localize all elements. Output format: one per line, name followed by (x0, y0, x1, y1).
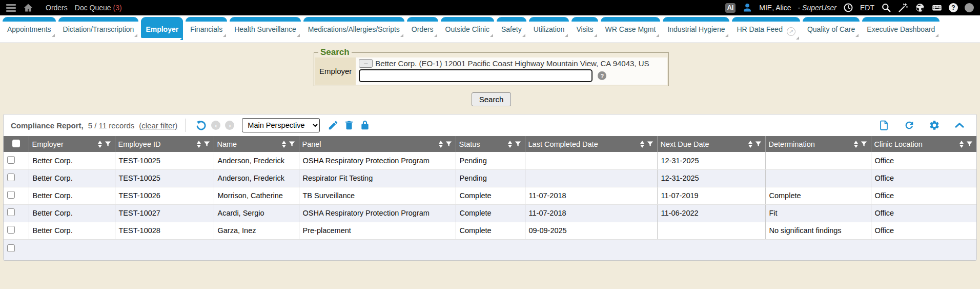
trash-icon[interactable] (343, 120, 355, 131)
hamburger-icon[interactable] (6, 4, 16, 12)
cell (525, 152, 657, 169)
help-icon[interactable]: ? (949, 3, 958, 12)
row-checkbox[interactable] (7, 174, 15, 181)
cell: Morrison, Catherine (214, 187, 299, 204)
prev-page-icon[interactable]: ‹ (211, 121, 220, 130)
column-header-clinic-location[interactable]: Clinic Location (871, 136, 976, 152)
edit-pencil-icon[interactable] (328, 120, 339, 131)
search-icon[interactable] (881, 3, 891, 13)
column-header-determination[interactable]: Determination (765, 136, 871, 152)
tab-hr-data-feed[interactable]: HR Data Feed↗ (732, 17, 800, 41)
refresh-icon[interactable] (904, 120, 915, 131)
tab-industrial-hygiene[interactable]: Industrial Hygiene (663, 17, 729, 38)
document-icon[interactable] (879, 120, 890, 131)
column-header-next-due-date[interactable]: Next Due Date (657, 136, 765, 152)
row-checkbox[interactable] (7, 208, 15, 216)
filter-funnel-icon[interactable] (966, 140, 973, 148)
tab-executive-dashboard[interactable]: Executive Dashboard (862, 17, 940, 38)
tab-label: Visits (576, 25, 593, 33)
tab-orders[interactable]: Orders (407, 17, 438, 38)
cell: Better Corp. (29, 204, 115, 222)
sort-icon[interactable] (640, 141, 644, 148)
perspective-select[interactable]: Main Perspective (242, 118, 320, 132)
globe-icon[interactable] (915, 3, 925, 13)
column-label: Status (459, 140, 506, 148)
tab-quality-of-care[interactable]: Quality of Care (803, 17, 860, 38)
select-all-checkbox[interactable] (12, 140, 20, 147)
sort-icon[interactable] (282, 141, 286, 148)
ai-badge[interactable]: AI (725, 3, 736, 13)
filter-funnel-icon[interactable] (646, 140, 654, 148)
sort-icon[interactable] (854, 141, 858, 148)
next-page-icon[interactable]: › (225, 121, 234, 130)
tab-medications-allergies-scripts[interactable]: Medications/Allergies/Scripts (303, 17, 404, 38)
tab-employer[interactable]: Employer (141, 17, 183, 38)
cell: No significant findings (765, 222, 871, 239)
tab-wr-case-mgmt[interactable]: WR Case Mgmt (601, 17, 661, 38)
collapse-minus-button[interactable]: – (359, 59, 373, 68)
row-checkbox-cell (4, 187, 29, 204)
filter-funnel-icon[interactable] (104, 140, 112, 148)
column-header-status[interactable]: Status (456, 136, 525, 152)
employer-field-label: Employer (315, 57, 356, 85)
tab-appointments[interactable]: Appointments (3, 17, 56, 38)
field-help-icon[interactable]: ? (598, 71, 606, 80)
toolbar-divider (185, 119, 186, 132)
cell: Complete (456, 204, 525, 222)
keyboard-icon[interactable] (932, 3, 942, 13)
tab-outside-clinic[interactable]: Outside Clinic (441, 17, 494, 38)
gear-icon[interactable] (929, 120, 940, 131)
filter-funnel-icon[interactable] (514, 140, 522, 148)
filter-funnel-icon[interactable] (203, 140, 211, 148)
filter-funnel-icon[interactable] (288, 140, 296, 148)
sort-icon[interactable] (748, 141, 752, 148)
menu-doc-queue[interactable]: Doc Queue (3) (75, 4, 122, 12)
wand-icon[interactable] (898, 3, 908, 13)
tab-safety[interactable]: Safety (497, 17, 526, 38)
search-button[interactable]: Search (472, 92, 512, 106)
clear-filter-link[interactable]: (clear filter) (139, 121, 177, 130)
sort-icon[interactable] (98, 141, 102, 148)
cell: TEST-10025 (115, 169, 214, 187)
row-checkbox[interactable] (7, 156, 15, 164)
collapse-chevron-icon[interactable] (954, 120, 965, 131)
table-row-empty (4, 239, 976, 260)
lock-icon[interactable] (359, 120, 371, 131)
user-icon[interactable] (742, 3, 752, 13)
column-header-last-completed-date[interactable]: Last Completed Date (525, 136, 657, 152)
user-name[interactable]: MIE, Alice (759, 4, 791, 12)
sort-icon[interactable] (439, 141, 443, 148)
filter-funnel-icon[interactable] (860, 140, 868, 148)
timezone-label: EDT (860, 4, 874, 12)
column-header-panel[interactable]: Panel (299, 136, 456, 152)
tab-financials[interactable]: Financials (186, 17, 227, 38)
tab-dictation-transcription[interactable]: Dictation/Transcription (58, 17, 139, 38)
tab-label: Orders (412, 25, 434, 33)
employer-field-value: – Better Corp. (EO-1) 12001 Pacific Coas… (356, 57, 667, 85)
sort-icon[interactable] (959, 141, 964, 148)
row-checkbox[interactable] (7, 244, 15, 252)
column-header-name[interactable]: Name (214, 136, 299, 152)
clock-icon[interactable] (843, 3, 853, 13)
cell: Acardi, Sergio (214, 204, 299, 222)
selected-employer-text: Better Corp. (EO-1) 12001 Pacific Coast … (375, 59, 649, 68)
column-label: Clinic Location (874, 140, 958, 148)
employer-search-input[interactable] (359, 69, 593, 82)
row-checkbox-cell (4, 222, 29, 239)
filter-funnel-icon[interactable] (445, 140, 453, 148)
tab-utilization[interactable]: Utilization (529, 17, 569, 38)
undo-icon[interactable] (195, 120, 207, 131)
sort-icon[interactable] (197, 141, 201, 148)
cell: Pending (456, 169, 525, 187)
menu-orders[interactable]: Orders (46, 4, 68, 12)
filter-funnel-icon[interactable] (754, 140, 762, 148)
tab-visits[interactable]: Visits (571, 17, 598, 38)
column-header-employee-id[interactable]: Employee ID (115, 136, 214, 152)
row-checkbox[interactable] (7, 226, 15, 234)
sort-icon[interactable] (508, 141, 512, 148)
column-header-employer[interactable]: Employer (29, 136, 115, 152)
row-checkbox[interactable] (7, 191, 15, 199)
cell: 12-31-2025 (657, 152, 765, 169)
home-icon[interactable] (23, 3, 33, 13)
tab-health-surveillance[interactable]: Health Surveillance (230, 17, 301, 38)
